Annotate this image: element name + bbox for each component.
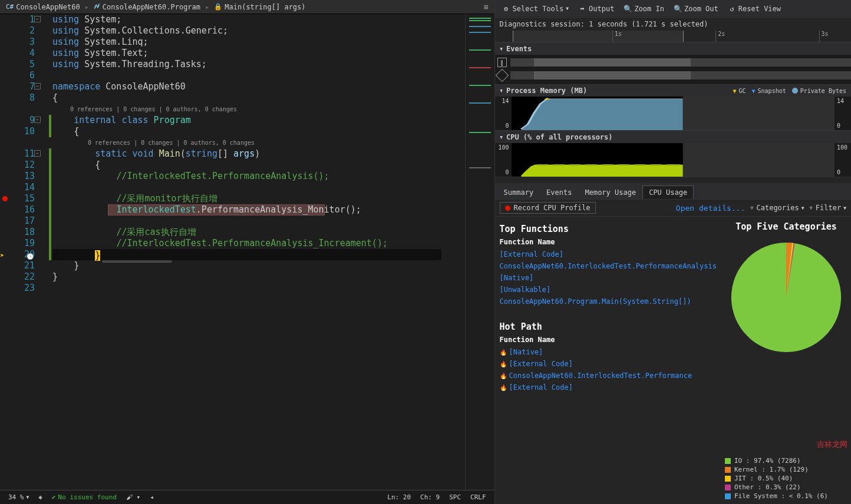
categories-dropdown[interactable]: ▿Categories▼ <box>750 204 804 212</box>
select-tools-button[interactable]: ⚙Select Tools ▼ <box>499 3 573 15</box>
class-icon: 🗲 <box>94 3 100 11</box>
sb-eol[interactable]: CRLF <box>466 493 491 501</box>
diamond-icon <box>495 69 509 82</box>
session-label: Diagnostics session: 1 seconds (1.721 s … <box>495 18 851 31</box>
breadcrumb: C#ConsoleAppNet60 ▸ 🗲ConsoleAppNet60.Pro… <box>0 0 494 14</box>
breakpoint-icon[interactable] <box>2 196 8 201</box>
tab-cpu[interactable]: CPU Usage <box>642 185 694 199</box>
open-details-link[interactable]: Open details... <box>676 204 745 213</box>
crumb-file[interactable]: C#ConsoleAppNet60 <box>2 3 84 11</box>
pie-title: Top Five Categories <box>735 221 837 232</box>
reset-icon: ↺ <box>728 5 736 13</box>
zoom-in-icon: 🔍 <box>624 5 632 13</box>
tab-summary[interactable]: Summary <box>497 185 540 199</box>
comment: //InterlockedTest.PerformanceAnalysis(); <box>116 171 329 181</box>
caret-down-icon: ▼ <box>500 134 502 140</box>
tab-memory[interactable]: Memory Usage <box>578 185 642 199</box>
editor-panel: C#ConsoleAppNet60 ▸ 🗲ConsoleAppNet60.Pro… <box>0 0 494 504</box>
comment: //采用cas执行自增 <box>116 227 196 237</box>
crumb-sep-icon: ▸ <box>205 3 209 11</box>
fold-icon[interactable]: − <box>34 16 41 22</box>
hot-row[interactable]: 🔥ConsoleAppNet60.InterlockedTest.Perform… <box>500 370 717 382</box>
sb-percent[interactable]: 34 % ▼ <box>4 493 34 501</box>
method-lock-icon: 🔒 <box>214 3 222 11</box>
sb-nav-back-icon[interactable]: ◂ <box>145 493 159 501</box>
private-bytes-swatch <box>792 88 798 94</box>
memory-header[interactable]: ▼Process Memory (MB) ▼GC ▼Snapshot Priva… <box>495 84 851 97</box>
codelens[interactable]: 0 references | 0 changes | 0 authors, 0 … <box>52 137 465 148</box>
codelens[interactable]: 0 references | 0 changes | 0 authors, 0 … <box>52 104 465 115</box>
fold-icon[interactable]: − <box>34 83 41 89</box>
crumb-file-label: ConsoleAppNet60 <box>16 3 80 11</box>
col-function-name[interactable]: Function Name <box>500 238 717 246</box>
flame-icon: 🔥 <box>500 349 507 356</box>
func-row[interactable]: ConsoleAppNet60.InterlockedTest.Performa… <box>500 260 717 272</box>
filter-icon: ▿ <box>809 204 813 212</box>
timeline-ruler[interactable]: 1s 2s 3s <box>495 31 851 42</box>
diag-tabs: Summary Events Memory Usage CPU Usage <box>495 183 851 200</box>
split-editor-icon[interactable]: ⊞ <box>480 3 492 11</box>
crumb-class[interactable]: 🗲ConsoleAppNet60.Program <box>90 3 204 11</box>
sb-brush-icon[interactable]: 🖌 ▾ <box>121 493 145 501</box>
fold-icon[interactable]: − <box>34 117 41 123</box>
diag-toolbar: ⚙Select Tools ▼ ➦Output 🔍Zoom In 🔍Zoom O… <box>495 0 851 18</box>
func-row[interactable]: [External Code] <box>500 248 717 260</box>
events-row-marker[interactable] <box>495 69 851 82</box>
hot-row[interactable]: 🔥[Native] <box>500 346 717 358</box>
fold-icon[interactable]: − <box>34 150 41 157</box>
record-cpu-button[interactable]: Record CPU Profile <box>500 202 596 214</box>
filter-dropdown[interactable]: ▿Filter▼ <box>809 204 846 212</box>
pause-icon: ∥ <box>497 58 507 67</box>
zoom-in-button[interactable]: 🔍Zoom In <box>620 3 668 15</box>
events-header[interactable]: ▼Events <box>495 42 851 55</box>
hot-row[interactable]: 🔥[External Code] <box>500 358 717 370</box>
functions-panel: Top Functions Function Name [External Co… <box>495 217 721 504</box>
pie-legend: IO : 97.4% (7286) Kernel : 1.7% (129) JI… <box>721 453 851 504</box>
legend-item[interactable]: Other : 0.3% (22) <box>725 483 847 492</box>
legend-item[interactable]: Kernel : 1.7% (129) <box>725 465 847 474</box>
hot-row[interactable]: 🔥[External Code] <box>500 382 717 393</box>
legend-item[interactable]: IO : 97.4% (7286) <box>725 456 847 465</box>
zoom-out-button[interactable]: 🔍Zoom Out <box>670 3 722 15</box>
flame-icon: 🔥 <box>500 361 507 367</box>
sb-icon[interactable]: ◈ <box>34 493 47 501</box>
cpu-header[interactable]: ▼CPU (% of all processors) <box>495 131 851 143</box>
col-function-name[interactable]: Function Name <box>500 336 717 344</box>
func-row[interactable]: ConsoleAppNet60.Program.Main(System.Stri… <box>500 296 717 307</box>
crumb-method[interactable]: 🔒Main(string[] args) <box>210 3 309 11</box>
editor-body: 1− 23456 7− 8 9− 10 11− 121314 15 161718… <box>0 14 494 490</box>
zoom-out-icon: 🔍 <box>674 5 682 13</box>
cpu-toolbar: Record CPU Profile Open details... ▿Cate… <box>495 200 851 217</box>
caret-down-icon: ▼ <box>500 46 502 52</box>
status-bar: 34 % ▼ ◈ ✔No issues found 🖌 ▾ ◂ Ln: 20 C… <box>0 490 494 504</box>
output-icon: ➦ <box>578 5 586 13</box>
sb-issues[interactable]: ✔No issues found <box>47 493 121 501</box>
csharp-file-icon: C# <box>6 3 14 11</box>
filter-icon: ▿ <box>750 204 754 212</box>
reset-view-button[interactable]: ↺Reset View <box>724 3 784 15</box>
pie-chart[interactable] <box>729 240 843 354</box>
svg-rect-0 <box>682 97 834 130</box>
comment: //InterlockedTest.PerformanceAnalysis_In… <box>116 238 388 248</box>
minimap[interactable] <box>465 14 494 490</box>
output-button[interactable]: ➦Output <box>575 3 618 15</box>
tab-events[interactable]: Events <box>540 185 578 199</box>
sb-line[interactable]: Ln: 20 <box>382 493 415 501</box>
func-row[interactable]: [Native] <box>500 272 717 284</box>
snapshot-marker-icon: ▼ <box>752 88 756 94</box>
hot-path-title: Hot Path <box>500 321 717 332</box>
cpu-chart[interactable]: 1000 1000 <box>495 143 851 177</box>
comment: //采用monitor执行自增 <box>116 193 217 204</box>
line-gutter: 1− 23456 7− 8 9− 10 11− 121314 15 161718… <box>0 14 44 490</box>
crumb-method-label: Main(string[] args) <box>225 3 305 11</box>
memory-chart[interactable]: 140 140 <box>495 97 851 131</box>
legend-item[interactable]: JIT : 0.5% (40) <box>725 474 847 483</box>
legend-item[interactable]: File System : < 0.1% (6) <box>725 492 847 500</box>
kw-namespace: namespace <box>52 81 100 92</box>
func-row[interactable]: [Unwalkable] <box>500 284 717 296</box>
events-row-break[interactable]: ∥ <box>495 56 851 69</box>
code-area[interactable]: using System; using System.Collections.G… <box>44 14 465 490</box>
sb-indent[interactable]: SPC <box>444 493 466 501</box>
sb-col[interactable]: Ch: 9 <box>415 493 444 501</box>
caret-down-icon: ▼ <box>500 88 502 94</box>
